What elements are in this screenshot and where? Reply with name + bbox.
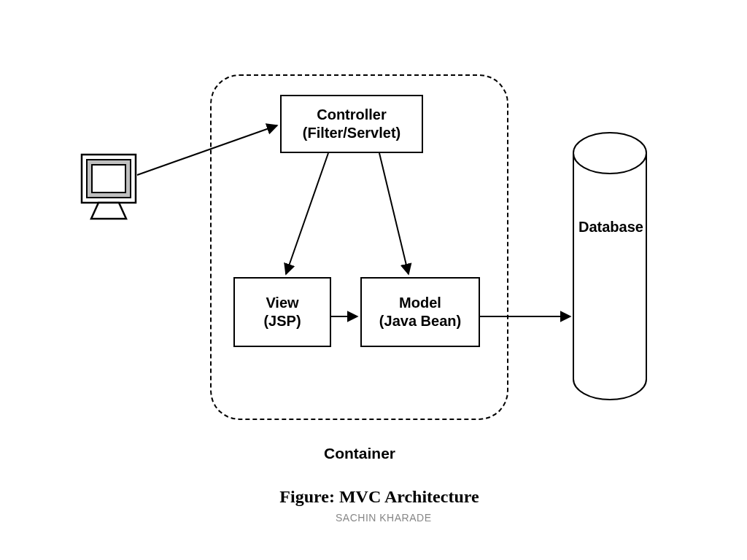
author-name: SACHIN KHARADE (336, 512, 431, 524)
database-label: Database (578, 219, 643, 236)
figure-title: Figure: MVC Architecture (263, 487, 496, 507)
arrow-controller-to-model (379, 153, 409, 274)
diagram-wires (0, 0, 747, 560)
monitor-icon (82, 155, 136, 219)
svg-point-4 (573, 133, 646, 174)
diagram-canvas: Controller (Filter/Servlet) View (JSP) M… (0, 0, 747, 560)
svg-marker-3 (91, 203, 126, 219)
svg-rect-2 (92, 165, 125, 192)
arrow-client-to-controller (137, 125, 277, 175)
arrow-controller-to-view (286, 153, 328, 274)
container-label: Container (324, 445, 395, 462)
database-icon (573, 133, 646, 400)
